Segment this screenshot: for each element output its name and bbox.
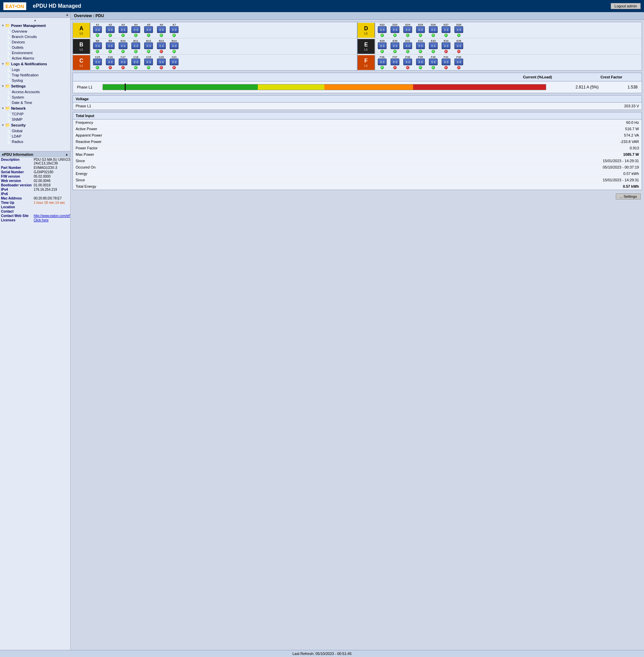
epdu-info-value: 176.16.254.219	[32, 188, 71, 192]
outlet-f38[interactable]: F38	[402, 56, 413, 69]
outlet-e34[interactable]: E34	[440, 39, 452, 53]
phase-letter: A	[79, 26, 83, 31]
phase-row-e: E L1 E29 E30 E31 E32 E33 E34 E35	[358, 38, 642, 54]
epdu-info-label: Serial Number	[0, 170, 32, 174]
sidebar-collapse-btn[interactable]: «	[0, 12, 70, 18]
outlet-a3[interactable]: A3	[117, 23, 129, 37]
outlet-e35[interactable]: E35	[453, 39, 464, 53]
sidebar-item-date-time[interactable]: 📄 Date & Time	[5, 100, 70, 105]
outlet-f37[interactable]: F37	[389, 56, 401, 69]
sidebar-item-devices[interactable]: 📄 Devices	[5, 39, 70, 45]
outlet-c21[interactable]: C21	[168, 56, 180, 69]
outlet-a2[interactable]: A2	[105, 23, 116, 37]
total-value: 15/01/2023 - 14:29:31	[603, 178, 639, 182]
outlet-f42[interactable]: F42	[453, 56, 464, 69]
outlet-f40[interactable]: F40	[428, 56, 439, 69]
sidebar-item-global[interactable]: 📄 Global	[5, 128, 70, 134]
folder-icon: 📁	[5, 123, 10, 128]
sidebar-item-environment[interactable]: 📄 Environment	[5, 50, 70, 56]
folder-icon: 📁	[5, 84, 10, 88]
epdu-info-value[interactable]: http://www.eaton.com/ePDU	[32, 214, 71, 218]
epdu-info-value[interactable]: Click here	[32, 218, 71, 222]
total-label: Since	[76, 178, 603, 182]
outlet-e30[interactable]: E30	[389, 39, 401, 53]
outlet-e29[interactable]: E29	[376, 39, 388, 53]
sidebar-item-system[interactable]: 📄 System	[5, 94, 70, 100]
outlet-e33[interactable]: E33	[428, 39, 439, 53]
outlet-f39[interactable]: F39	[415, 56, 426, 69]
outlet-a6[interactable]: A6	[156, 23, 167, 37]
sidebar: « ▲ ▼ 📁 Power Management 📄 Overview 📄 Br…	[0, 12, 71, 657]
sidebar-item-settings[interactable]: ▼ 📁 Settings	[0, 83, 70, 89]
outlet-b10[interactable]: B10	[117, 39, 129, 53]
sidebar-item-active-alarms[interactable]: 📄 Active Alarms	[5, 56, 70, 61]
phase-row-a: A L1 A1 A2 A3 A4 A5 A6 A7	[73, 22, 357, 38]
sidebar-item-label: Radius	[12, 139, 23, 144]
outlet-d28[interactable]: D28	[453, 23, 464, 37]
outlet-c16[interactable]: C16	[105, 56, 116, 69]
voltage-data-row: Phase L1 203.33 V	[73, 103, 642, 110]
sidebar-item-syslog[interactable]: 📄 Syslog	[5, 78, 70, 83]
sidebar-item-overview[interactable]: 📄 Overview	[5, 28, 70, 34]
sidebar-item-power-management[interactable]: ▼ 📁 Power Management	[0, 23, 70, 28]
folder-icon: 📁	[5, 23, 10, 28]
outlet-d26[interactable]: D26	[428, 23, 439, 37]
outlet-e32[interactable]: E32	[415, 39, 426, 53]
outlet-a1[interactable]: A1	[92, 23, 103, 37]
sidebar-item-label: Outlets	[12, 45, 24, 49]
outlet-c18[interactable]: C18	[130, 56, 141, 69]
doc-icon: 📄	[7, 57, 11, 60]
outlet-b8[interactable]: B8	[92, 39, 103, 53]
sidebar-item-tcp-ip[interactable]: 📄 TCP/IP	[5, 111, 70, 117]
outlet-b14[interactable]: B14	[168, 39, 180, 53]
contact-web-link[interactable]: http://www.eaton.com/ePDU	[33, 214, 71, 218]
outlet-d25[interactable]: D25	[415, 23, 426, 37]
outlet-d24[interactable]: D24	[402, 23, 413, 37]
sidebar-item-radius[interactable]: 📄 Radius	[5, 139, 70, 144]
sidebar-item-security[interactable]: ▼ 📁 Security	[0, 122, 70, 128]
sidebar-item-logs-notifications[interactable]: ▼ 📁 Logs & Notifications	[0, 61, 70, 67]
total-label: Total Energy	[76, 184, 623, 189]
epdu-info-scroll[interactable]: ▲	[65, 153, 68, 156]
outlet-f36[interactable]: F36	[376, 56, 388, 69]
outlet-c20[interactable]: C20	[156, 56, 167, 69]
outlet-a5[interactable]: A5	[143, 23, 154, 37]
outlet-c17[interactable]: C17	[117, 56, 129, 69]
outlet-a7[interactable]: A7	[168, 23, 180, 37]
sidebar-item-trap-notification[interactable]: 📄 Trap Notification	[5, 72, 70, 78]
phase-letter: C	[79, 58, 83, 64]
logout-button[interactable]: Logout admin	[611, 3, 641, 9]
doc-icon: 📄	[7, 35, 11, 39]
epdu-info-value: 05.02.0000	[32, 174, 71, 179]
epdu-info-row: Location	[0, 205, 71, 209]
sidebar-item-ldap[interactable]: 📄 LDAP	[5, 134, 70, 139]
sidebar-item-access-accounts[interactable]: 📄 Access Accounts	[5, 89, 70, 94]
licenses-link[interactable]: Click here	[33, 218, 48, 222]
outlet-a4[interactable]: A4	[130, 23, 141, 37]
sidebar-scroll-top[interactable]: ▲	[0, 18, 70, 23]
voltage-header: Voltage	[73, 95, 642, 103]
sidebar-item-network[interactable]: ▼ 📁 Network	[0, 105, 70, 111]
sidebar-item-branch-circuits[interactable]: 📄 Branch Circuits	[5, 34, 70, 39]
outlet-b9[interactable]: B9	[105, 39, 116, 53]
outlet-c15[interactable]: C15	[92, 56, 103, 69]
outlet-d27[interactable]: D27	[440, 23, 452, 37]
epdu-info-header: ePDU Information ▲	[0, 151, 70, 157]
outlet-d23[interactable]: D23	[389, 23, 401, 37]
total-input-section: Total Input Frequency 60.0 Hz Active Pow…	[73, 112, 642, 190]
settings-button[interactable]: ... Settings	[616, 193, 641, 199]
total-label: Active Power	[76, 127, 625, 131]
outlet-e31[interactable]: E31	[402, 39, 413, 53]
phase-letter: B	[79, 42, 83, 48]
sidebar-item-outlets[interactable]: 📄 Outlets	[5, 45, 70, 50]
sidebar-item-label: Logs	[12, 68, 20, 72]
sidebar-item-logs[interactable]: 📄 Logs	[5, 67, 70, 72]
outlet-group-e: E29 E30 E31 E32 E33 E34 E35	[375, 38, 466, 54]
outlet-d22[interactable]: D22	[376, 23, 388, 37]
outlet-f41[interactable]: F41	[440, 56, 452, 69]
outlet-b13[interactable]: B13	[156, 39, 167, 53]
outlet-b11[interactable]: B11	[130, 39, 141, 53]
outlet-c19[interactable]: C19	[143, 56, 154, 69]
sidebar-item-snmp[interactable]: 📄 SNMP	[5, 117, 70, 122]
outlet-b12[interactable]: B12	[143, 39, 154, 53]
